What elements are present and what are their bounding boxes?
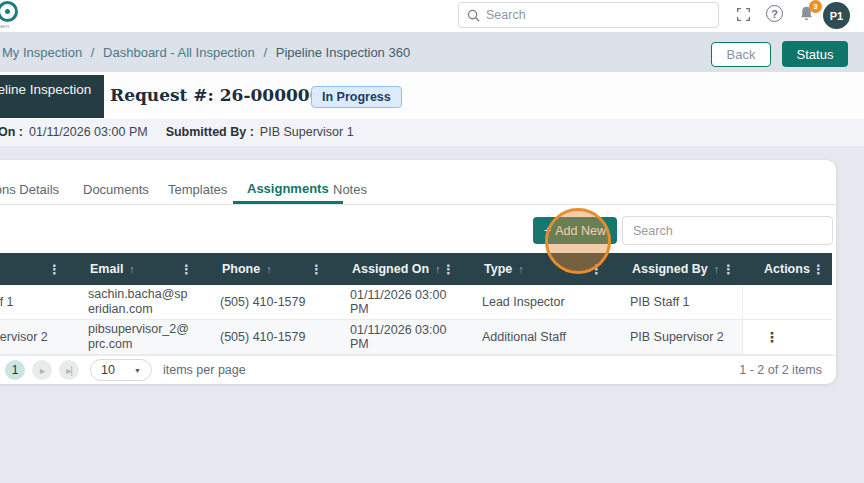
back-button[interactable]: Back [711, 42, 771, 67]
cell-name: PIB Supervisor 2 [0, 320, 68, 354]
column-menu-icon[interactable]: ⋮ [310, 262, 323, 277]
module-title: Pipeline Inspection [0, 82, 104, 97]
module-subtitle: 360 [0, 97, 104, 111]
global-search-input[interactable] [486, 8, 718, 22]
cell-type: Additional Staff [462, 320, 610, 354]
tab-templates[interactable]: Templates [168, 182, 227, 197]
status-badge: In Progress [311, 86, 402, 108]
column-menu-icon[interactable]: ⋮ [442, 262, 455, 277]
column-header-name[interactable]: ↑ ⋮ [0, 253, 68, 285]
module-title-box: Pipeline Inspection 360 [0, 75, 104, 118]
table-row[interactable]: PIB Supervisor 2 pibsupervisor_2@prc.com… [0, 320, 832, 355]
breadcrumb-item-my-inspection[interactable]: My Inspection [2, 45, 82, 60]
table-header-row: ↑ ⋮ Email ↑ ⋮ Phone ↑ ⋮ Assigned On ↑ ⋮ … [0, 253, 832, 285]
row-actions-menu-icon[interactable]: ⋮ [765, 329, 779, 345]
page-number-button[interactable]: 1 [5, 360, 25, 380]
table-search-input[interactable] [622, 216, 833, 245]
pagination-range-label: 1 - 2 of 2 items [739, 363, 822, 377]
request-meta-strip: Created On : 01/11/2026 03:00 PM Submitt… [0, 119, 864, 146]
breadcrumb-item-current: Pipeline Inspection 360 [276, 45, 410, 60]
status-button[interactable]: Status [782, 41, 848, 67]
chevron-down-icon: ▼ [134, 367, 141, 374]
breadcrumb-separator: / [263, 45, 267, 60]
request-header: Pipeline Inspection 360 Request #: 26-00… [0, 72, 864, 119]
app-window: stem ? 3 P1 My Inspection / Dashboard - … [0, 0, 864, 483]
breadcrumb-bar: My Inspection / Dashboard - All Inspecti… [0, 32, 864, 72]
page-size-value: 10 [101, 363, 115, 377]
content-card: Inspections Details Documents Templates … [0, 160, 836, 384]
help-icon[interactable]: ? [766, 5, 783, 22]
cell-assigned-by: PIB Staff 1 [610, 285, 742, 319]
cell-email: pibsupervisor_2@prc.com [68, 320, 200, 354]
tab-documents[interactable]: Documents [83, 182, 149, 197]
cell-phone: (505) 410-1579 [200, 320, 330, 354]
column-header-type[interactable]: Type ↑ ⋮ [462, 253, 610, 285]
fullscreen-icon[interactable] [735, 6, 751, 22]
breadcrumb-item-dashboard[interactable]: Dashboard - All Inspection [103, 45, 255, 60]
notification-count-badge: 3 [809, 0, 822, 13]
top-bar: stem ? 3 P1 [0, 0, 864, 32]
table-row[interactable]: PIB Staff 1 sachin.bacha@speridian.com (… [0, 285, 832, 320]
column-header-actions: Actions ⋮ [742, 253, 832, 285]
cell-phone: (505) 410-1579 [200, 285, 330, 319]
breadcrumb: My Inspection / Dashboard - All Inspecti… [2, 45, 410, 60]
sort-asc-icon: ↑ [129, 263, 135, 275]
tabs-divider [0, 204, 836, 205]
created-on-value: 01/11/2026 03:00 PM [29, 125, 148, 139]
created-on-label: Created On : [0, 125, 23, 139]
cell-actions [742, 285, 832, 319]
add-new-label: Add New [555, 224, 606, 238]
tab-assignments[interactable]: Assignments [233, 181, 343, 204]
column-header-assigned-on[interactable]: Assigned On ↑ ⋮ [330, 253, 462, 285]
column-menu-icon[interactable]: ⋮ [180, 262, 193, 277]
column-menu-icon[interactable]: ⋮ [722, 262, 735, 277]
page-size-dropdown[interactable]: 10 ▼ [90, 359, 152, 381]
column-header-phone[interactable]: Phone ↑ ⋮ [200, 253, 330, 285]
items-per-page-label: items per page [163, 363, 246, 377]
pagination-bar: 1 ▸ ▸| 10 ▼ items per page 1 - 2 of 2 it… [0, 355, 836, 384]
next-page-icon[interactable]: ▸ [32, 360, 52, 380]
last-page-icon[interactable]: ▸| [59, 360, 79, 380]
cell-actions: ⋮ [742, 320, 832, 354]
app-logo-label: stem [0, 23, 9, 29]
column-menu-icon[interactable]: ⋮ [812, 262, 825, 277]
submitted-by-value: PIB Supervisor 1 [260, 125, 354, 139]
global-search [458, 2, 719, 28]
sort-asc-icon: ↑ [435, 263, 441, 275]
app-logo-icon [0, 1, 18, 22]
tab-notes[interactable]: Notes [333, 182, 367, 197]
cell-name: PIB Staff 1 [0, 285, 68, 319]
tab-inspections-details[interactable]: Inspections Details [0, 182, 59, 197]
add-new-button[interactable]: + Add New [533, 217, 617, 244]
column-header-email[interactable]: Email ↑ ⋮ [68, 253, 200, 285]
column-menu-icon[interactable]: ⋮ [48, 262, 61, 277]
submitted-by-label: Submitted By : [166, 125, 254, 139]
sort-asc-icon: ↑ [518, 263, 524, 275]
plus-icon: + [544, 224, 551, 238]
cell-assigned-on: 01/11/2026 03:00 PM [330, 285, 462, 319]
cell-assigned-on: 01/11/2026 03:00 PM [330, 320, 462, 354]
breadcrumb-separator: / [91, 45, 95, 60]
sort-asc-icon: ↑ [266, 263, 272, 275]
cell-email: sachin.bacha@speridian.com [68, 285, 200, 319]
search-icon [467, 9, 480, 22]
column-header-assigned-by[interactable]: Assigned By ↑ ⋮ [610, 253, 742, 285]
column-menu-icon[interactable]: ⋮ [590, 262, 603, 277]
sort-asc-icon: ↑ [714, 263, 720, 275]
user-avatar[interactable]: P1 [823, 2, 850, 29]
cell-type: Lead Inspector [462, 285, 610, 319]
cell-assigned-by: PIB Supervisor 2 [610, 320, 742, 354]
